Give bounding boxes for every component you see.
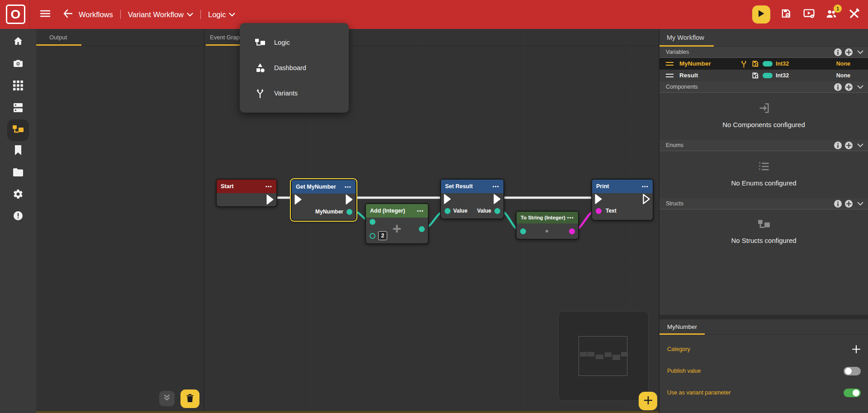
scroll-to-bottom-button[interactable] (159, 391, 175, 406)
sidebar-item-workflows[interactable] (7, 119, 29, 141)
data-in-pin[interactable] (596, 208, 602, 214)
add-category-button[interactable] (852, 345, 861, 354)
node-get-mynumber[interactable]: Get MyNumber ••• MyNumber (291, 179, 356, 221)
variable-value: None (836, 61, 850, 67)
node-add-integer[interactable]: Add (Integer) ••• 2 + (365, 203, 429, 244)
sidebar-item-settings[interactable] (7, 184, 29, 206)
variable-row-mynumber[interactable]: MyNumber Int32 None (659, 58, 868, 70)
add-struct-button[interactable] (845, 200, 853, 208)
empty-state-text: No Enums configured (659, 179, 868, 187)
hamburger-menu-button[interactable] (37, 6, 53, 23)
sidebar-item-apps[interactable] (7, 76, 29, 97)
node-menu-icon[interactable]: ••• (567, 215, 574, 220)
node-menu-icon[interactable]: ••• (417, 209, 424, 214)
info-button[interactable] (834, 200, 842, 208)
view-selector-menu: Logic Dashboard Variants (240, 23, 349, 113)
node-menu-icon[interactable]: ••• (345, 185, 351, 190)
minimap-node (605, 352, 612, 357)
logo-letter: O (11, 7, 21, 22)
clear-output-button[interactable] (180, 389, 199, 408)
exec-out-pin-unconnected[interactable] (642, 193, 650, 207)
sidebar-item-camera[interactable] (7, 53, 29, 75)
sidebar-item-alerts[interactable] (7, 206, 29, 228)
node-title: Add (Integer) (370, 208, 405, 214)
preview-settings-button[interactable] (802, 8, 816, 21)
enums-empty-state: No Enums configured (659, 151, 868, 198)
drag-handle-icon[interactable] (666, 62, 674, 66)
publish-value-row: Publish value (659, 364, 868, 378)
save-link-button[interactable] (779, 8, 793, 21)
users-button[interactable]: 1 (825, 8, 838, 21)
data-in-pin[interactable] (445, 208, 451, 214)
node-menu-icon[interactable]: ••• (493, 184, 499, 189)
exec-out-pin[interactable] (266, 194, 274, 207)
sidebar-item-files[interactable] (7, 162, 29, 184)
category-row: Category (659, 342, 868, 356)
node-menu-icon[interactable]: ••• (642, 184, 649, 189)
section-header-enums: Enums (659, 140, 868, 151)
tools-button[interactable] (847, 8, 861, 21)
data-out-pin[interactable] (569, 228, 575, 234)
collapse-section-button[interactable] (857, 85, 863, 89)
add-node-button[interactable] (639, 392, 657, 410)
node-set-result[interactable]: Set Result ••• Value Value (440, 179, 504, 219)
play-icon (758, 9, 765, 19)
node-to-string-integer[interactable]: To String (Integer) ••• (516, 211, 579, 240)
minimap-node (588, 352, 594, 356)
publish-value-label: Publish value (667, 368, 844, 374)
exec-out-pin[interactable] (345, 194, 353, 207)
add-component-button[interactable] (845, 83, 853, 91)
section-label: Components (666, 84, 834, 90)
back-button[interactable] (60, 6, 76, 23)
variable-row-result[interactable]: Result Int32 None (659, 70, 868, 81)
workflow-panel: My Workflow Variables MyNumber Int32 Non… (659, 29, 868, 413)
screen-play-gear-icon (803, 8, 815, 21)
data-in-pin[interactable] (520, 228, 526, 234)
collapse-section-button[interactable] (857, 202, 863, 206)
menu-item-logic[interactable]: Logic (240, 30, 349, 55)
menu-item-dashboard[interactable]: Dashboard (240, 55, 349, 81)
breadcrumb-workflows[interactable]: Workflows (79, 10, 113, 19)
panel-divider (659, 315, 868, 319)
exec-in-pin[interactable] (594, 193, 602, 207)
structs-empty-state: No Structs configured (659, 209, 868, 256)
exec-in-pin[interactable] (294, 194, 302, 207)
node-print[interactable]: Print ••• Text (591, 179, 654, 221)
sidebar-item-bookmarks[interactable] (7, 140, 29, 162)
plus-icon (644, 396, 653, 407)
collapse-section-button[interactable] (857, 50, 863, 54)
add-enum-button[interactable] (845, 142, 853, 149)
sidebar-item-devices[interactable] (7, 98, 29, 119)
data-out-pin[interactable] (346, 209, 352, 215)
variable-detail-panel: MyNumber Category Publish value Use as v… (659, 319, 868, 400)
variant-parameter-toggle[interactable] (844, 389, 861, 397)
info-button[interactable] (834, 142, 842, 149)
data-out-pin[interactable] (494, 208, 500, 214)
node-start[interactable]: Start ••• (216, 179, 277, 207)
variant-parameter-row: Use as variant parameter (659, 385, 868, 400)
info-button[interactable] (834, 83, 842, 91)
data-out-pin[interactable] (419, 226, 425, 232)
grid-icon (13, 81, 23, 92)
breadcrumb-variant-workflow[interactable]: Variant Workflow (128, 10, 193, 19)
tab-output[interactable]: Output (36, 29, 81, 46)
info-button[interactable] (834, 48, 842, 56)
breadcrumb-view-selector[interactable]: Logic (208, 10, 235, 19)
node-menu-icon[interactable]: ••• (266, 184, 272, 189)
chevron-down-icon (187, 13, 193, 17)
sidebar-item-home[interactable] (7, 31, 29, 53)
input-pin-label: Text (606, 208, 617, 214)
menu-item-variants[interactable]: Variants (240, 81, 349, 106)
publish-value-toggle[interactable] (844, 367, 861, 375)
minimap[interactable] (558, 311, 649, 401)
exec-in-pin[interactable] (443, 193, 451, 207)
add-variable-button[interactable] (845, 48, 853, 56)
variants-branch-icon (255, 88, 266, 98)
collapse-section-button[interactable] (857, 143, 863, 147)
app-logo[interactable]: O (6, 5, 25, 24)
exec-out-pin[interactable] (493, 193, 501, 207)
breadcrumb-separator (200, 10, 201, 19)
workflow-tree-icon (12, 124, 24, 137)
run-workflow-button[interactable] (752, 5, 770, 24)
drag-handle-icon[interactable] (666, 74, 674, 77)
